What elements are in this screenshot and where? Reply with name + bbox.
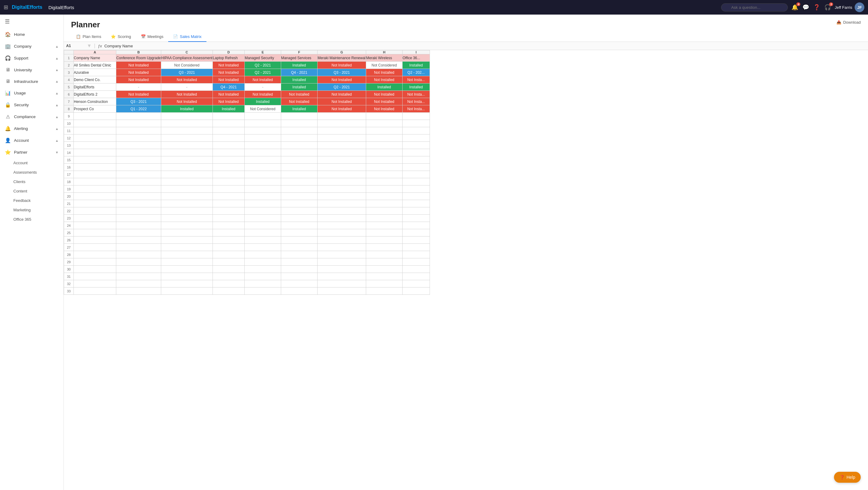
cell-company[interactable]: DigitalEfforts 2 [74,91,116,98]
col-header-d[interactable]: D [213,51,244,54]
data-cell[interactable]: Not Installed [213,69,244,76]
header-managed-sec[interactable]: Managed Security [244,54,281,62]
data-cell[interactable]: - [244,84,281,91]
header-laptop[interactable]: Laptop Refresh [213,54,244,62]
data-cell[interactable]: Not Insta... [402,91,430,98]
data-cell[interactable]: Not Installed [281,98,317,105]
sidebar-item-university[interactable]: 🖥 University ▲ [0,64,63,75]
data-cell[interactable]: Not Installed [366,105,402,113]
sidebar-item-alerting[interactable]: 🔔 Alerting ▲ [0,123,63,134]
sidebar-item-partner[interactable]: ⭐ Partner ▼ [0,146,63,158]
cell-company[interactable]: Azurative [74,69,116,76]
data-cell[interactable]: Not Installed [366,69,402,76]
data-cell[interactable]: Installed [161,105,213,113]
notifications-button[interactable]: 🔔 4 [792,4,798,11]
data-cell[interactable]: Installed [244,98,281,105]
tab-meetings[interactable]: 📅 Meetings [136,32,168,42]
tab-sales-matrix[interactable]: 📄 Sales Matrix [168,32,207,42]
data-cell[interactable]: Not Insta... [402,76,430,84]
cell-company[interactable]: DigitalEfforts [74,84,116,91]
data-cell[interactable]: - [161,84,213,91]
data-cell[interactable]: Not Installed [366,91,402,98]
data-cell[interactable]: Q2 - 2021 [244,69,281,76]
data-cell[interactable]: Not Installed [317,105,366,113]
data-cell[interactable]: Not Installed [161,76,213,84]
header-meraki-wireless[interactable]: Meraki Wireless [366,54,402,62]
data-cell[interactable]: Q3 - 2021 [161,69,213,76]
data-cell[interactable]: Not Installed [116,76,161,84]
data-cell[interactable]: Installed [281,84,317,91]
col-header-h[interactable]: H [366,51,402,54]
data-cell[interactable]: Installed [213,105,244,113]
data-cell[interactable]: Not Insta... [402,98,430,105]
data-cell[interactable]: Q4 - 2021 [213,84,244,91]
col-header-b[interactable]: B [116,51,161,54]
sidebar-sub-assessments[interactable]: Assessments [0,167,63,177]
sidebar-sub-office365[interactable]: Office 365 [0,215,63,224]
col-header-c[interactable]: C [161,51,213,54]
cell-company[interactable]: Demo Client Co. [74,76,116,84]
data-cell[interactable]: Not Considered [244,105,281,113]
data-cell[interactable]: Installed [402,84,430,91]
data-cell[interactable]: Not Considered [161,62,213,69]
data-cell[interactable]: Q4 - 2021 [281,69,317,76]
data-cell[interactable]: Installed [281,76,317,84]
tab-scoring[interactable]: ⭐ Scoring [106,32,136,42]
data-cell[interactable]: Not Installed [116,62,161,69]
data-cell[interactable]: Installed [402,62,430,69]
data-cell[interactable]: Not Considered [366,62,402,69]
data-cell[interactable]: - [116,84,161,91]
data-cell[interactable]: Not Installed [161,91,213,98]
spreadsheet-container[interactable]: A B C D E F G H I 1 Company N [64,50,868,490]
data-cell[interactable]: Q3 - 2021 [116,98,161,105]
tab-plan-items[interactable]: 📋 Plan Items [71,32,106,42]
cell-company[interactable]: Henson Construction [74,98,116,105]
data-cell[interactable]: Q2 - 2021 [244,62,281,69]
data-cell[interactable]: Installed [281,62,317,69]
sidebar-item-company[interactable]: 🏢 Company ▲ [0,40,63,52]
data-cell[interactable]: Q2 - 2021 [317,84,366,91]
sidebar-item-support[interactable]: 🎧 Support ▲ [0,52,63,64]
data-cell[interactable]: Q1 - 2022 [116,105,161,113]
data-cell[interactable]: Not Installed [366,98,402,105]
download-button[interactable]: 📥 Download [836,20,861,25]
support-button[interactable]: 🎧 2 [824,4,831,11]
col-header-e[interactable]: E [244,51,281,54]
sidebar-item-home[interactable]: 🏠 Home [0,29,63,40]
sidebar-item-compliance[interactable]: ⚠ Compliance ▲ [0,111,63,123]
grid-icon[interactable]: ⊞ [4,4,8,11]
data-cell[interactable]: Not Installed [161,98,213,105]
sidebar-sub-content[interactable]: Content [0,186,63,196]
data-cell[interactable]: Installed [281,105,317,113]
col-header-g[interactable]: G [317,51,366,54]
sidebar-item-security[interactable]: 🔒 Security ▲ [0,99,63,111]
header-managed-svc[interactable]: Managed Services [281,54,317,62]
cell-company[interactable]: All Smiles Dental Clinic [74,62,116,69]
header-office365[interactable]: Office 36... [402,54,430,62]
col-header-i[interactable]: I [402,51,430,54]
help-button[interactable]: ❓ Help [834,472,861,483]
header-hipaa[interactable]: HIPAA Compliance Assessment [161,54,213,62]
data-cell[interactable]: Not Installed [213,91,244,98]
col-header-f[interactable]: F [281,51,317,54]
sidebar-item-infrastructure[interactable]: 🖥 Infrastructure ▲ [0,75,63,87]
sidebar-sub-clients[interactable]: Clients [0,177,63,186]
data-cell[interactable]: Not Installed [317,98,366,105]
data-cell[interactable]: Not Installed [213,98,244,105]
messages-button[interactable]: 💬 [802,4,809,11]
data-cell[interactable]: Q3 - 2021 [317,69,366,76]
data-cell[interactable]: Not Installed [116,69,161,76]
data-cell[interactable]: Not Installed [116,91,161,98]
search-input[interactable] [721,3,788,11]
data-cell[interactable]: Not Installed [281,91,317,98]
data-cell[interactable]: Not Installed [213,76,244,84]
data-cell[interactable]: Not Installed [317,62,366,69]
data-cell[interactable]: Not Installed [244,91,281,98]
sidebar-sub-marketing[interactable]: Marketing [0,205,63,215]
sidebar-sub-account[interactable]: Account [0,158,63,167]
data-cell[interactable]: Not Installed [213,62,244,69]
data-cell[interactable]: Not Installed [317,91,366,98]
sidebar-toggle[interactable]: ☰ [0,14,63,29]
data-cell[interactable]: Not Installed [366,76,402,84]
data-cell[interactable]: Not Insta... [402,105,430,113]
